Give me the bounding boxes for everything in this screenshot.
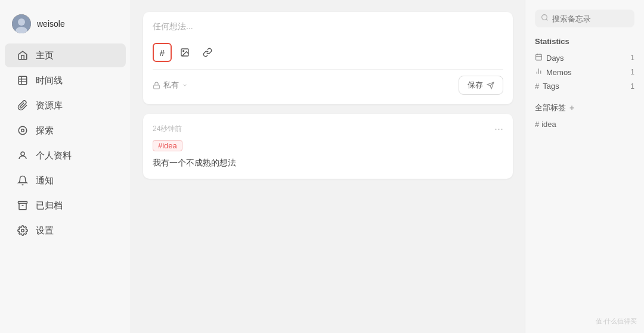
- tags-icon: #: [535, 82, 539, 91]
- sidebar-item-profile[interactable]: 个人资料: [5, 144, 126, 167]
- tag-label-idea: idea: [541, 120, 556, 129]
- sidebar-item-resources[interactable]: 资源库: [5, 94, 126, 117]
- sidebar-item-notifications[interactable]: 通知: [5, 169, 126, 192]
- svg-point-4: [18, 126, 27, 135]
- svg-point-8: [21, 229, 24, 232]
- svg-rect-7: [18, 201, 27, 203]
- right-panel: Statistics Days 1 Memos 1 # Tags: [525, 0, 644, 333]
- sidebar-item-home[interactable]: 主页: [5, 43, 126, 67]
- sidebar: weisole 主页 时间线 资源库 探索 个人资料 通知: [0, 0, 131, 333]
- tags-label: Tags: [543, 82, 559, 91]
- sidebar-item-explore-label: 探索: [36, 125, 54, 136]
- days-icon: [535, 53, 543, 63]
- svg-point-14: [542, 15, 547, 20]
- sidebar-item-archived-label: 已归档: [36, 200, 63, 211]
- editor-toolbar: #: [153, 43, 503, 62]
- tags-section: 全部标签 + # idea: [535, 102, 634, 130]
- sidebar-item-resources-label: 资源库: [36, 100, 63, 111]
- memo-card: 24秒钟前 ··· #idea 我有一个不成熟的想法: [143, 114, 513, 179]
- stat-row-days: Days 1: [535, 51, 634, 65]
- add-tag-button[interactable]: +: [569, 103, 574, 113]
- search-box[interactable]: [535, 10, 634, 27]
- stats-title: Statistics: [535, 37, 634, 46]
- avatar: [12, 14, 31, 33]
- svg-rect-11: [154, 85, 160, 88]
- sidebar-item-explore[interactable]: 探索: [5, 119, 126, 142]
- search-input[interactable]: [552, 14, 628, 23]
- explore-icon: [17, 125, 29, 136]
- search-icon: [541, 14, 549, 23]
- svg-line-15: [546, 19, 547, 20]
- sidebar-item-home-label: 主页: [36, 50, 54, 61]
- stat-row-tags: # Tags 1: [535, 79, 634, 93]
- sidebar-item-archived[interactable]: 已归档: [5, 194, 126, 217]
- visibility-selector[interactable]: 私有: [153, 80, 188, 91]
- stats-section: Statistics Days 1 Memos 1 # Tags: [535, 37, 634, 93]
- sidebar-item-notifications-label: 通知: [36, 175, 54, 186]
- memos-label: Memos: [546, 68, 572, 77]
- timeline-icon: [17, 74, 29, 86]
- tag-item-idea[interactable]: # idea: [535, 118, 634, 130]
- stat-label-memos: Memos: [535, 67, 572, 77]
- tags-value: 1: [630, 82, 634, 91]
- memo-header: 24秒钟前 ···: [153, 123, 503, 134]
- svg-rect-3: [18, 76, 27, 85]
- notification-icon: [17, 175, 29, 186]
- svg-point-10: [183, 51, 184, 52]
- memo-more-button[interactable]: ···: [494, 123, 503, 134]
- image-button[interactable]: [175, 43, 194, 62]
- stat-label-tags: # Tags: [535, 82, 559, 91]
- archived-icon: [17, 200, 29, 211]
- sidebar-item-profile-label: 个人资料: [36, 150, 72, 161]
- save-label: 保存: [467, 80, 483, 91]
- svg-rect-16: [536, 54, 542, 60]
- main-content: 任何想法... # 私有 保存 24秒钟前 ···: [131, 0, 525, 333]
- memo-tag[interactable]: #idea: [153, 140, 182, 151]
- sidebar-item-settings[interactable]: 设置: [5, 219, 126, 242]
- editor-input[interactable]: 任何想法...: [153, 21, 503, 36]
- stat-label-days: Days: [535, 53, 564, 63]
- svg-point-6: [21, 152, 24, 155]
- settings-icon: [17, 225, 29, 236]
- editor-card: 任何想法... # 私有 保存: [143, 12, 513, 104]
- svg-point-1: [18, 18, 25, 26]
- editor-footer: 私有 保存: [153, 69, 503, 95]
- visibility-label: 私有: [163, 80, 179, 91]
- tags-header: 全部标签 +: [535, 102, 634, 113]
- svg-point-5: [21, 129, 24, 132]
- memo-time: 24秒钟前: [153, 124, 182, 134]
- watermark: 值·什么值得买: [596, 317, 637, 326]
- memo-content: 我有一个不成熟的想法: [153, 156, 503, 169]
- tags-title: 全部标签: [535, 102, 566, 113]
- profile-icon: [17, 150, 29, 161]
- save-button[interactable]: 保存: [459, 76, 503, 95]
- sidebar-item-settings-label: 设置: [36, 225, 54, 236]
- tag-hash: #: [535, 120, 539, 129]
- stat-row-memos: Memos 1: [535, 65, 634, 79]
- days-label: Days: [546, 54, 564, 63]
- sidebar-item-timeline-label: 时间线: [36, 75, 63, 86]
- resources-icon: [17, 99, 29, 111]
- tag-button[interactable]: #: [153, 43, 172, 62]
- username: weisole: [37, 19, 65, 29]
- sidebar-item-timeline[interactable]: 时间线: [5, 69, 126, 92]
- link-button[interactable]: [198, 43, 217, 62]
- days-value: 1: [630, 54, 634, 62]
- home-icon: [17, 49, 29, 61]
- user-profile[interactable]: weisole: [0, 10, 131, 43]
- memos-value: 1: [630, 68, 634, 76]
- memos-icon: [535, 67, 543, 77]
